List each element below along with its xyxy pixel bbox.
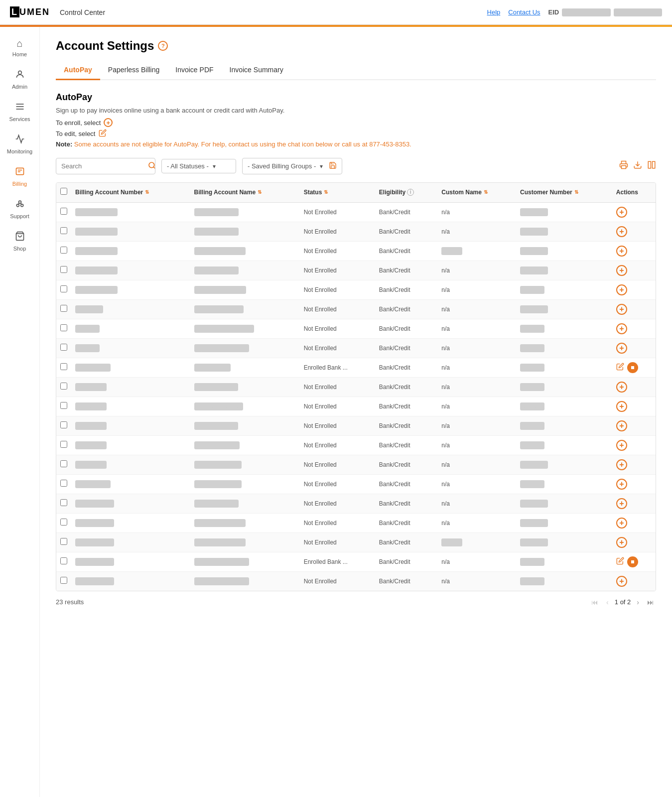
cell-actions: + — [612, 299, 656, 319]
stop-autopay-button[interactable] — [627, 556, 638, 567]
sidebar-item-admin[interactable]: Admin — [0, 63, 39, 96]
sidebar-item-shop[interactable]: Shop — [0, 225, 39, 258]
enroll-autopay-button[interactable]: + — [616, 343, 627, 354]
enroll-autopay-button[interactable]: + — [616, 382, 627, 393]
row-checkbox[interactable] — [60, 247, 67, 254]
enroll-autopay-button[interactable]: + — [616, 537, 627, 548]
sidebar-item-services[interactable]: Services — [0, 96, 39, 128]
enroll-autopay-button[interactable]: + — [616, 498, 627, 509]
row-checkbox[interactable] — [60, 363, 67, 370]
row-checkbox[interactable] — [60, 324, 67, 331]
row-checkbox[interactable] — [60, 538, 67, 545]
cell-status: Not Enrolled — [300, 299, 375, 319]
enroll-autopay-button[interactable]: + — [616, 265, 627, 276]
first-page-button[interactable]: ⏮ — [589, 597, 600, 607]
search-input[interactable] — [61, 162, 145, 170]
row-checkbox[interactable] — [60, 266, 67, 273]
page-help-icon[interactable]: ? — [158, 41, 168, 51]
cell-customer-number: XXXXXX — [516, 241, 612, 261]
cell-eligibility: Bank/Credit — [375, 494, 437, 513]
edit-enrollment-button[interactable] — [616, 363, 624, 373]
enroll-autopay-button[interactable]: + — [616, 284, 627, 295]
enroll-plus-icon[interactable]: + — [104, 118, 113, 127]
cell-custom-name: n/a — [437, 202, 516, 222]
row-checkbox[interactable] — [60, 421, 67, 428]
row-checkbox[interactable] — [60, 208, 67, 215]
tab-paperless-billing[interactable]: Paperless Billing — [100, 61, 168, 80]
row-checkbox[interactable] — [60, 227, 67, 234]
enroll-autopay-button[interactable]: + — [616, 226, 627, 237]
search-box[interactable] — [56, 158, 155, 174]
svg-line-10 — [18, 203, 19, 204]
table-row: XXXXXXXXXXXXX XXXXXXXXNot EnrolledBank/C… — [56, 532, 656, 552]
last-page-button[interactable]: ⏭ — [645, 597, 656, 607]
cell-eligibility: Bank/Credit — [375, 261, 437, 280]
columns-button[interactable] — [647, 160, 656, 172]
cell-actions: + — [612, 571, 656, 591]
eid-label: EID — [548, 8, 559, 16]
enroll-autopay-button[interactable]: + — [616, 479, 627, 490]
sort-customer-number-icon[interactable]: ⇅ — [574, 189, 578, 195]
sidebar-item-support[interactable]: Support — [0, 193, 39, 225]
sidebar-item-monitoring[interactable]: Monitoring — [0, 128, 39, 160]
row-checkbox[interactable] — [60, 519, 67, 526]
row-checkbox[interactable] — [60, 577, 67, 584]
row-checkbox[interactable] — [60, 557, 67, 564]
sidebar-item-home[interactable]: ⌂ Home — [0, 32, 39, 63]
help-link[interactable]: Help — [487, 8, 501, 16]
edit-pencil-icon[interactable] — [99, 129, 107, 138]
sort-status-icon[interactable]: ⇅ — [324, 189, 328, 195]
row-checkbox[interactable] — [60, 305, 67, 312]
next-page-button[interactable]: › — [635, 597, 641, 607]
table-row: XXXXXXXXXXXXXXXX LISTNot EnrolledBank/Cr… — [56, 494, 656, 513]
admin-icon — [15, 69, 25, 82]
enroll-autopay-button[interactable]: + — [616, 304, 627, 315]
actions-container: + — [616, 479, 652, 490]
th-custom-name: Custom Name ⇅ — [437, 183, 516, 202]
eligibility-info-icon[interactable]: i — [407, 189, 414, 196]
sort-custom-name-icon[interactable]: ⇅ — [484, 189, 488, 195]
print-button[interactable] — [619, 160, 628, 172]
row-checkbox[interactable] — [60, 402, 67, 409]
status-filter-dropdown[interactable]: - All Statuses - ▾ — [161, 159, 236, 173]
enroll-autopay-button[interactable]: + — [616, 518, 627, 529]
enroll-autopay-button[interactable]: + — [616, 323, 627, 334]
enroll-autopay-button[interactable]: + — [616, 420, 627, 431]
search-icon[interactable] — [148, 161, 156, 171]
enroll-autopay-button[interactable]: + — [616, 401, 627, 412]
page-title-row: Account Settings ? — [56, 39, 656, 53]
sidebar-item-billing[interactable]: Billing — [0, 160, 39, 193]
cell-custom-name: XXXX — [437, 241, 516, 261]
select-all-checkbox[interactable] — [60, 188, 67, 195]
row-checkbox[interactable] — [60, 285, 67, 292]
download-button[interactable] — [633, 160, 642, 172]
main-content: Account Settings ? AutoPay Paperless Bil… — [40, 27, 672, 797]
enroll-autopay-button[interactable]: + — [616, 576, 627, 587]
contact-us-link[interactable]: Contact Us — [508, 8, 540, 16]
billing-groups-save-icon[interactable] — [329, 161, 337, 171]
app-name: Control Center — [60, 8, 105, 16]
enroll-autopay-button[interactable]: + — [616, 246, 627, 257]
row-checkbox[interactable] — [60, 460, 67, 467]
row-checkbox[interactable] — [60, 499, 67, 506]
sort-billing-account-number-icon[interactable]: ⇅ — [145, 189, 149, 195]
sort-billing-account-name-icon[interactable]: ⇅ — [258, 189, 262, 195]
svg-point-13 — [149, 162, 154, 168]
prev-page-button[interactable]: ‹ — [604, 597, 611, 607]
enroll-autopay-button[interactable]: + — [616, 207, 627, 218]
tab-invoice-pdf[interactable]: Invoice PDF — [167, 61, 221, 80]
enroll-autopay-button[interactable]: + — [616, 459, 627, 470]
row-checkbox[interactable] — [60, 344, 67, 351]
row-checkbox[interactable] — [60, 441, 67, 448]
tab-autopay[interactable]: AutoPay — [56, 61, 100, 80]
edit-enrollment-button[interactable] — [616, 557, 624, 567]
enroll-autopay-button[interactable]: + — [616, 440, 627, 451]
stop-autopay-button[interactable] — [627, 362, 638, 373]
cell-status: Not Enrolled — [300, 455, 375, 474]
cell-custom-name: n/a — [437, 280, 516, 299]
tab-invoice-summary[interactable]: Invoice Summary — [222, 61, 291, 80]
billing-groups-dropdown[interactable]: - Saved Billing Groups - ▾ — [242, 158, 342, 174]
row-checkbox[interactable] — [60, 480, 67, 487]
row-checkbox[interactable] — [60, 383, 67, 390]
cell-status: Not Enrolled — [300, 416, 375, 435]
